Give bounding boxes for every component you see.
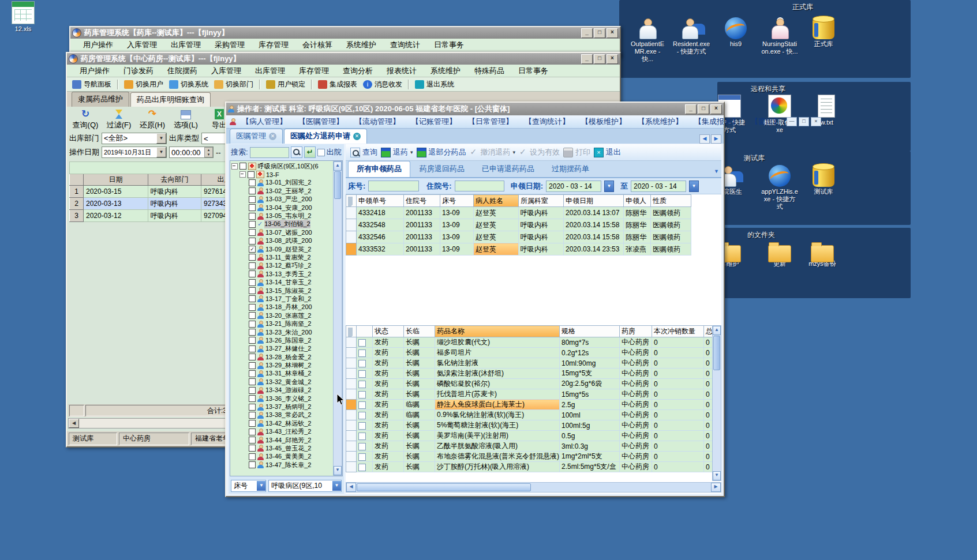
row-checkbox[interactable] bbox=[358, 464, 366, 471]
patient-checkbox[interactable] bbox=[249, 213, 256, 220]
close-button[interactable]: × bbox=[710, 104, 722, 114]
discharge-checkbox[interactable] bbox=[317, 149, 325, 156]
menu-item[interactable]: 【系统维护】 bbox=[632, 115, 688, 128]
table-row[interactable]: 发药长嘱5%葡萄糖注射液(软)(海王)100ml:5g中心药房00 bbox=[346, 420, 713, 431]
chevron-down-icon[interactable]: ▼ bbox=[689, 181, 699, 192]
opdate-combo[interactable]: 2019年10月31日 ▼ bbox=[102, 146, 167, 158]
tree-row[interactable]: 13-11_黄惠荣_2 bbox=[231, 253, 342, 261]
tree-vscrollbar[interactable]: ▲ ▼ bbox=[333, 161, 342, 476]
tree-row[interactable]: 呼吸病区(9区,10区)(6 bbox=[231, 162, 342, 170]
tree-row[interactable]: 13-31_林章桶_2 bbox=[231, 370, 342, 378]
table-row[interactable]: 发药长嘱氨溴索注射液(沐舒坦)15mg*5支中心药房00 bbox=[346, 369, 713, 379]
tree-row[interactable]: 13-46_黄美美_2 bbox=[231, 453, 342, 461]
table-row[interactable]: 4332548200113313-09赵登英呼吸内科2020.03.14 15:… bbox=[346, 219, 691, 231]
patient-checkbox[interactable] bbox=[249, 395, 256, 402]
tab-医嘱管理[interactable]: 医嘱管理✕ bbox=[230, 129, 283, 144]
scroll-thumb[interactable] bbox=[713, 336, 720, 370]
patient-checkbox[interactable] bbox=[249, 445, 256, 452]
menu-item[interactable]: 系统维护 bbox=[424, 65, 467, 77]
tree-row[interactable]: 13-21_陈南坚_2 bbox=[231, 320, 342, 328]
tree-expander-icon[interactable] bbox=[231, 163, 238, 170]
patient-checkbox[interactable] bbox=[249, 262, 256, 269]
query-button-还原(H)[interactable]: ↷还原(H) bbox=[136, 109, 169, 130]
toolbar-button-导航面板[interactable]: 导航面板 bbox=[70, 79, 113, 90]
adm-filter-input[interactable] bbox=[455, 181, 504, 191]
win2-titlebar[interactable]: 药房管理系统【中心药房--测试库】---【fjlnyy】 _□× bbox=[67, 53, 620, 65]
menu-item[interactable]: 出库管理 bbox=[248, 65, 292, 77]
query-button-查询(Q)[interactable]: ↻查询(Q) bbox=[69, 109, 102, 130]
tree-row[interactable]: 13-03_严忠_200 bbox=[231, 196, 342, 204]
tree-row[interactable]: 13-07_诸振_200 bbox=[231, 228, 342, 236]
tree-row[interactable]: 13-05_韦东明_2 bbox=[231, 212, 342, 220]
table-row[interactable]: 4332418200113313-09赵登英呼吸内科2020.03.14 13:… bbox=[346, 207, 691, 219]
desktop-shortcut[interactable]: mzys备份 bbox=[804, 242, 841, 268]
patient-checkbox[interactable] bbox=[249, 337, 256, 344]
patient-checkbox[interactable] bbox=[249, 196, 256, 203]
patient-checkbox[interactable] bbox=[249, 429, 256, 435]
tree-row[interactable]: 13-04_安康_200 bbox=[231, 204, 342, 212]
patient-checkbox[interactable] bbox=[249, 370, 256, 377]
menu-item[interactable]: 特殊药品 bbox=[467, 65, 511, 77]
minimize-button[interactable]: _ bbox=[685, 104, 697, 114]
column-header[interactable]: 药房 bbox=[620, 326, 652, 337]
row-checkbox[interactable] bbox=[358, 339, 366, 347]
column-header[interactable]: 所属科室 bbox=[519, 195, 564, 207]
menu-item[interactable]: 【窗口】 bbox=[745, 115, 787, 128]
drug-grid-vscrollbar[interactable]: ▲ ▼ bbox=[712, 325, 721, 481]
patient-checkbox[interactable] bbox=[249, 287, 256, 294]
tree-expander-icon[interactable] bbox=[239, 171, 246, 178]
search-input[interactable] bbox=[250, 147, 289, 158]
tree-row[interactable]: 13-02_王丽琴_2 bbox=[231, 187, 342, 195]
desktop-shortcut[interactable]: appYLZHis.e xe - 快捷方式 bbox=[761, 165, 798, 211]
column-header[interactable]: 住院号 bbox=[404, 195, 440, 207]
patient-checkbox[interactable]: ✓ bbox=[249, 246, 256, 253]
subtab-所有申领药品[interactable]: 所有申领药品 bbox=[348, 161, 410, 177]
tree-row[interactable]: 13-18_丹林_200 bbox=[231, 303, 342, 311]
column-header[interactable]: 去向部门 bbox=[148, 174, 201, 186]
menu-item[interactable]: 【查询统计】 bbox=[519, 115, 575, 128]
menu-item[interactable]: 【模板维护】 bbox=[575, 115, 632, 128]
mdi-minimize-button[interactable]: — bbox=[787, 117, 797, 126]
menu-item[interactable]: 出库管理 bbox=[164, 39, 208, 51]
row-checkbox[interactable] bbox=[358, 433, 366, 440]
close-button[interactable]: × bbox=[607, 54, 618, 64]
search-icon[interactable] bbox=[291, 146, 302, 158]
scroll-up-icon[interactable]: ▲ bbox=[334, 161, 342, 171]
tree-checkbox[interactable] bbox=[248, 171, 254, 178]
tree-row[interactable]: 13-17_丁金和_2 bbox=[231, 295, 342, 303]
patient-checkbox[interactable] bbox=[249, 345, 256, 352]
tree-row[interactable]: 13-42_林远钦_2 bbox=[231, 419, 342, 427]
ward-combo[interactable]: 呼吸病区(9区,10 ▼ bbox=[268, 480, 342, 492]
desktop-shortcut[interactable]: 正式库 bbox=[805, 17, 842, 48]
table-row[interactable]: 4332546200113313-09赵登英呼吸内科2020.03.14 15:… bbox=[346, 231, 691, 243]
query-button-过滤(F)[interactable]: 过滤(F) bbox=[103, 109, 135, 130]
chevron-down-icon[interactable]: ▼ bbox=[156, 133, 166, 144]
date-from-value[interactable]: 2020 - 03 - 14 bbox=[546, 181, 601, 192]
desktop-shortcut[interactable]: 测试库 bbox=[805, 165, 842, 196]
query-button-选项(L)[interactable]: 选项(L) bbox=[170, 109, 202, 130]
subtab-药房退回药品[interactable]: 药房退回药品 bbox=[411, 161, 473, 177]
column-header[interactable]: 总冲销数量 bbox=[704, 326, 713, 337]
scroll-left-icon[interactable]: ◀ bbox=[69, 419, 79, 428]
menu-item[interactable]: 日常事务 bbox=[511, 65, 555, 77]
column-header[interactable]: 申领单号 bbox=[357, 195, 404, 207]
patient-checkbox[interactable] bbox=[249, 461, 256, 468]
toolbar-button-集成报表[interactable]: 集成报表 bbox=[316, 79, 359, 90]
table-row[interactable]: 发药长嘱氯化钠注射液10ml:90mg中心药房00 bbox=[346, 358, 713, 369]
row-checkbox[interactable] bbox=[358, 443, 366, 450]
minimize-button[interactable]: _ bbox=[581, 28, 593, 38]
column-header[interactable]: 长临 bbox=[404, 326, 435, 337]
patient-checkbox[interactable] bbox=[249, 238, 256, 245]
tree-row[interactable]: 13-36_李义铭_2 bbox=[231, 394, 342, 403]
row-checkbox[interactable] bbox=[358, 370, 366, 378]
bed-combo[interactable]: 床号 ▼ bbox=[231, 480, 266, 492]
row-checkbox[interactable] bbox=[358, 391, 366, 399]
table-row[interactable]: 发药临嘱静注人免疫球蛋白(上海莱士)2.5g中心药房00 bbox=[346, 400, 713, 410]
table-row[interactable]: 发药长嘱磷酸铝凝胶(裕尔)20g:2.5g*6袋中心药房00 bbox=[346, 379, 713, 389]
menu-item[interactable]: 日常事务 bbox=[427, 39, 471, 51]
table-row[interactable]: 发药长嘱托伐普坦片(苏麦卡)15mg*5s中心药房00 bbox=[346, 389, 713, 400]
desktop-shortcut[interactable]: Resident.exe - 快捷方式 bbox=[673, 17, 710, 55]
row-checkbox[interactable] bbox=[358, 453, 366, 461]
patient-checkbox[interactable] bbox=[249, 404, 256, 411]
patient-checkbox[interactable] bbox=[249, 437, 256, 444]
